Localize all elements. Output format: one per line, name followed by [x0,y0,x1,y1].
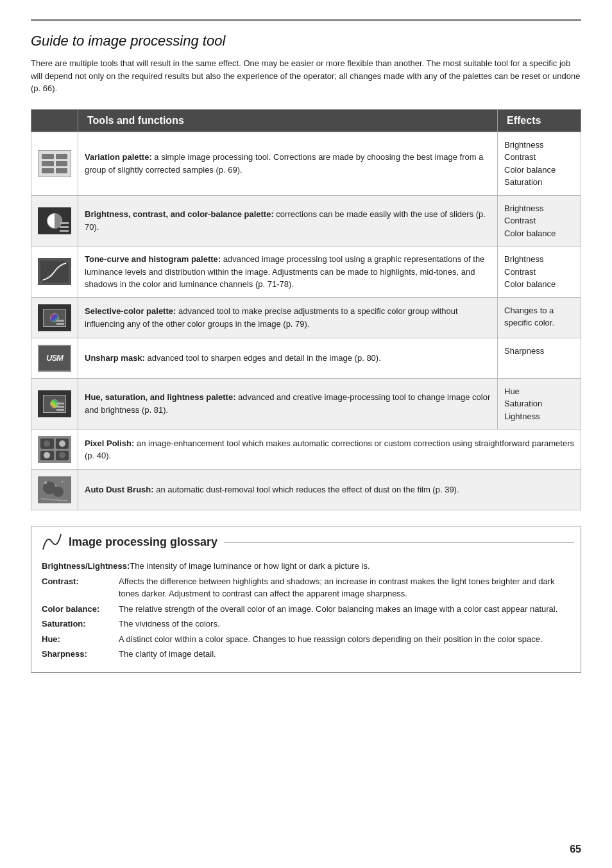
tool-name: Variation palette: [85,152,152,162]
tool-desc: advanced tool to sharpen edges and detai… [145,353,381,363]
col-tools-header: Tools and functions [78,109,498,132]
glossary-row: Hue:A distinct color within a color spac… [42,633,570,646]
tool-description-cell: Brightness, contrast, and color-balance … [78,195,498,247]
tool-name: Unsharp mask: [85,353,145,363]
tool-icon-cell [31,297,78,338]
glossary-term: Saturation: [42,618,119,630]
tool-effects-cell: Changes to a specific color. [498,297,581,338]
tool-description-cell: Hue, saturation, and lightness palette: … [78,378,498,430]
tool-description-cell: Tone-curve and histogram palette: advanc… [78,247,498,298]
glossary-section: Image processing glossary Brightness/Lig… [31,526,581,673]
glossary-curve-icon [42,532,62,552]
glossary-definition: A distinct color within a color space. C… [119,633,570,646]
glossary-definition: Affects the difference between highlight… [119,575,570,600]
tool-icon-cell: USM [31,338,78,378]
glossary-term: Color balance: [42,603,119,616]
tool-effects-cell: BrightnessContrastColor balanceSaturatio… [498,132,581,195]
tool-desc: an image-enhancement tool which makes au… [85,438,574,461]
table-row: Auto Dust Brush: an automatic dust-remov… [31,470,581,510]
col-icon-header [31,109,78,132]
tool-icon-cell [31,430,78,470]
svg-point-7 [62,481,64,483]
tool-name: Tone-curve and histogram palette: [85,254,221,264]
tool-description-cell: Selective-color palette: advanced tool t… [78,297,498,338]
table-row: Hue, saturation, and lightness palette: … [31,378,581,430]
tool-description-cell: Pixel Polish: an image-enhancement tool … [78,430,581,470]
tool-icon-cell [31,470,78,510]
glossary-row: Saturation:The vividness of the colors. [42,618,570,630]
intro-text: There are multiple tools that will resul… [31,57,581,95]
svg-point-8 [55,485,56,486]
tool-name: Selective-color palette: [85,306,176,316]
tool-effects-cell: BrightnessContrastColor balance [498,195,581,247]
glossary-term: Brightness/Lightness: [42,560,130,573]
table-row: Selective-color palette: advanced tool t… [31,297,581,338]
glossary-body: Brightness/Lightness:The intensity of im… [31,555,581,672]
table-row: Pixel Polish: an image-enhancement tool … [31,430,581,470]
tool-name: Brightness, contrast, and color-balance … [85,209,274,219]
tools-table: Tools and functions Effects Variation pa… [31,109,581,511]
glossary-definition: The intensity of image luminance or how … [130,560,570,573]
glossary-title: Image processing glossary [69,535,217,549]
tool-effects-cell: BrightnessContrastColor balance [498,247,581,298]
table-row: Variation palette: a simple image proces… [31,132,581,195]
tool-effects-cell: HueSaturationLightness [498,378,581,430]
tool-description-cell: Unsharp mask: advanced tool to sharpen e… [78,338,498,378]
page: Guide to image processing tool There are… [0,0,612,868]
glossary-row: Contrast:Affects the difference between … [42,575,570,600]
glossary-term: Sharpness: [42,648,119,661]
svg-point-6 [44,482,47,484]
page-title: Guide to image processing tool [31,33,581,49]
glossary-definition: The vividness of the colors. [119,618,570,630]
glossary-row: Color balance:The relative strength of t… [42,603,570,616]
glossary-term: Hue: [42,633,119,646]
table-row: Brightness, contrast, and color-balance … [31,195,581,247]
tool-icon-cell [31,195,78,247]
tool-icon-cell [31,132,78,195]
tool-description-cell: Variation palette: a simple image proces… [78,132,498,195]
tool-icon-cell [31,378,78,430]
table-row: USM Unsharp mask: advanced tool to sharp… [31,338,581,378]
tool-name: Hue, saturation, and lightness palette: [85,392,235,402]
top-border [31,19,581,21]
glossary-row: Brightness/Lightness:The intensity of im… [42,560,570,573]
table-row: Tone-curve and histogram palette: advanc… [31,247,581,298]
glossary-definition: The clarity of image detail. [119,648,570,661]
col-effects-header: Effects [498,109,581,132]
svg-point-4 [53,487,64,497]
tool-effects-cell: Sharpness [498,338,581,378]
tool-description-cell: Auto Dust Brush: an automatic dust-remov… [78,470,581,510]
glossary-term: Contrast: [42,575,119,600]
glossary-row: Sharpness:The clarity of image detail. [42,648,570,661]
glossary-title-area: Image processing glossary [31,526,581,555]
tool-name: Pixel Polish: [85,438,134,448]
tool-icon-cell [31,247,78,298]
glossary-definition: The relative strength of the overall col… [119,603,570,616]
glossary-title-line [224,542,574,542]
page-number: 65 [570,844,581,855]
tool-desc: an automatic dust-removal tool which red… [154,485,459,494]
tool-name: Auto Dust Brush: [85,485,154,494]
